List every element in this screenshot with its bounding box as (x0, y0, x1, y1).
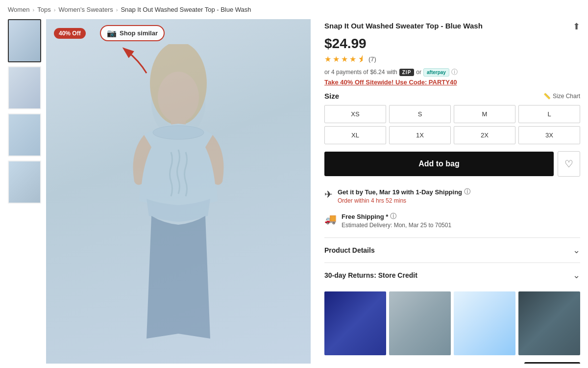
payment-text: or 4 payments of (324, 69, 368, 76)
similar-thumb-2[interactable] (389, 291, 451, 355)
breadcrumb: Women › Tops › Women's Sweaters › Snap I… (0, 0, 588, 19)
promo-text[interactable]: Take 40% Off Sitewide! Use Code: PARTY40 (324, 79, 580, 86)
size-xl[interactable]: XL (324, 126, 386, 144)
estimated-delivery-text: Estimated Delivery: Mon, Mar 25 to 70501 (342, 222, 451, 229)
size-grid: XS S M L XL 1X 2X 3X (324, 105, 580, 144)
size-3x[interactable]: 3X (518, 126, 580, 144)
truck-icon: 🚚 (324, 213, 337, 225)
review-count: (7) (368, 55, 376, 63)
arrow-annotation (115, 46, 154, 76)
star-2: ★ (333, 54, 339, 64)
fast-shipping-main: Get it by Tue, Mar 19 with 1-Day Shippin… (338, 187, 470, 196)
payment-with: with (387, 69, 397, 76)
order-within-text: Order within 4 hrs 52 mins (338, 197, 470, 204)
add-to-bag-button[interactable]: Add to bag (324, 152, 554, 176)
camera-icon: 📷 (107, 28, 117, 38)
star-half: ⯨ (358, 55, 366, 64)
shipping-info-icon[interactable]: ⓘ (464, 187, 470, 196)
product-title-row: Snap It Out Washed Sweater Top - Blue Wa… (324, 21, 580, 32)
fast-shipping-label: Get it by Tue, Mar 19 with 1-Day Shippin… (338, 188, 462, 196)
returns-label: 30-day Returns: Store Credit (324, 271, 417, 279)
heart-icon: ♡ (564, 158, 573, 170)
thumbnail-4[interactable] (8, 160, 41, 204)
star-3: ★ (341, 54, 347, 64)
product-price: $24.99 (324, 36, 367, 52)
product-details-label: Product Details (324, 246, 375, 254)
product-title: Snap It Out Washed Sweater Top - Blue Wa… (324, 21, 483, 31)
size-section-header: Size 📏 Size Chart (324, 92, 580, 100)
fast-shipping-text-block: Get it by Tue, Mar 19 with 1-Day Shippin… (338, 187, 470, 204)
breadcrumb-women[interactable]: Women (8, 6, 30, 13)
star-1: ★ (324, 54, 331, 64)
returns-row[interactable]: 30-day Returns: Store Credit ⌄ (324, 263, 580, 288)
main-image-area: 40% Off 📷 Shop similar (46, 19, 311, 364)
main-product-image (46, 19, 311, 364)
thumbnail-3[interactable] (8, 113, 41, 157)
star-4: ★ (349, 54, 356, 64)
size-l[interactable]: L (518, 105, 580, 123)
similar-grid (324, 291, 580, 355)
size-2x[interactable]: 2X (454, 126, 515, 144)
breadcrumb-sweaters[interactable]: Women's Sweaters (58, 6, 113, 13)
svg-point-4 (153, 126, 204, 139)
wishlist-button[interactable]: ♡ (558, 151, 580, 177)
price-row: $24.99 (324, 36, 580, 52)
breadcrumb-sep-1: › (33, 7, 35, 13)
afterpay-badge: afterpay (423, 68, 449, 77)
main-layout: 40% Off 📷 Shop similar Snap It Out Washe… (0, 19, 588, 364)
shop-similar-label: Shop similar (120, 29, 158, 37)
size-chart-link[interactable]: 📏 Size Chart (543, 93, 580, 100)
free-shipping-row: 🚚 Free Shipping * ⓘ Estimated Delivery: … (324, 208, 580, 233)
action-row: Add to bag ♡ (324, 151, 580, 177)
breadcrumb-sep-3: › (116, 7, 118, 13)
thumbnail-1[interactable] (8, 19, 41, 62)
shipping-info: ✈ Get it by Tue, Mar 19 with 1-Day Shipp… (324, 184, 580, 233)
thumbnail-2[interactable] (8, 66, 41, 109)
free-shipping-label: Free Shipping * ⓘ (342, 212, 451, 221)
similar-thumb-1[interactable] (324, 291, 386, 355)
see-similar-row: SEE 20+ SIMILAR STYLES Shop similar (324, 360, 580, 364)
thumbnail-list (8, 19, 46, 364)
payment-amount: $6.24 (370, 69, 385, 76)
similar-thumb-3[interactable] (454, 291, 515, 355)
breadcrumb-tops[interactable]: Tops (37, 6, 50, 13)
breadcrumb-current: Snap It Out Washed Sweater Top - Blue Wa… (121, 6, 251, 13)
size-m[interactable]: M (454, 105, 515, 123)
returns-chevron: ⌄ (573, 270, 580, 281)
similar-section: SEE 20+ SIMILAR STYLES Shop similar (324, 291, 580, 364)
payment-info-icon[interactable]: ⓘ (451, 68, 458, 77)
size-s[interactable]: S (389, 105, 451, 123)
similar-thumb-4[interactable] (518, 291, 580, 355)
size-xs[interactable]: XS (324, 105, 386, 123)
size-1x[interactable]: 1X (389, 126, 451, 144)
breadcrumb-sep-2: › (54, 7, 56, 13)
product-details-row[interactable]: Product Details ⌄ (324, 237, 580, 263)
product-details-chevron: ⌄ (573, 245, 580, 256)
size-label: Size (324, 92, 339, 100)
payment-or: or (416, 69, 421, 76)
share-icon[interactable]: ⬆ (573, 21, 580, 32)
free-shipping-text-block: Free Shipping * ⓘ Estimated Delivery: Mo… (342, 212, 451, 229)
stars-row: ★ ★ ★ ★ ⯨ (7) (324, 54, 580, 64)
size-chart-label: Size Chart (553, 93, 580, 100)
fast-shipping-icon: ✈ (324, 188, 333, 200)
svg-point-2 (158, 72, 199, 123)
shop-similar-overlay-button[interactable]: 📷 Shop similar (100, 25, 165, 41)
right-panel: Snap It Out Washed Sweater Top - Blue Wa… (320, 19, 580, 364)
free-shipping-info-icon[interactable]: ⓘ (390, 212, 396, 221)
shop-similar-button[interactable]: Shop similar (524, 362, 580, 364)
payment-row: or 4 payments of $6.24 with ZIP or after… (324, 68, 580, 77)
ruler-icon: 📏 (543, 93, 551, 100)
fast-shipping-row: ✈ Get it by Tue, Mar 19 with 1-Day Shipp… (324, 184, 580, 208)
zip-badge: ZIP (399, 69, 415, 76)
discount-badge: 40% Off (54, 28, 86, 39)
